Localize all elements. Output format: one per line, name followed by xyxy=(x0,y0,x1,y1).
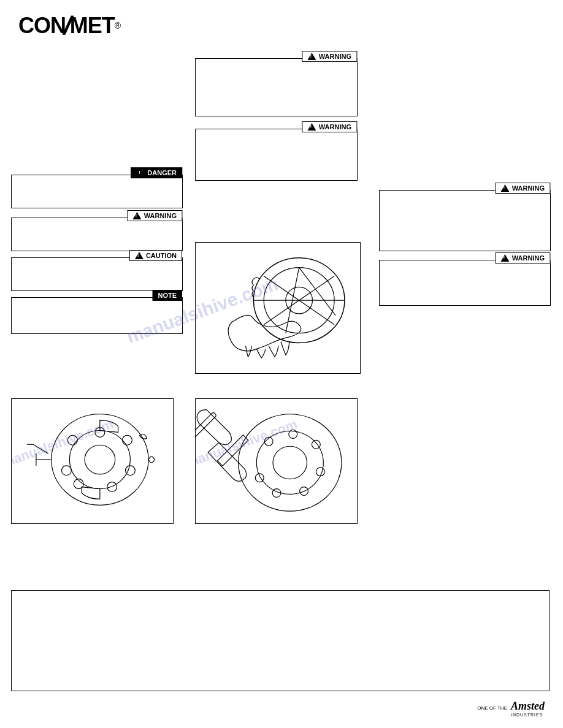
svg-point-11 xyxy=(67,435,77,445)
warning-header-5: WARNING xyxy=(496,252,550,264)
bottom-text-box xyxy=(11,590,550,691)
note-box-1: NOTE xyxy=(11,297,183,334)
svg-point-17 xyxy=(61,466,71,476)
svg-point-24 xyxy=(273,446,307,479)
svg-point-28 xyxy=(316,468,324,476)
danger-triangle-1 xyxy=(136,169,145,176)
footer-prefix: ONE OF THE xyxy=(477,705,507,711)
warning-box-2: WARNING xyxy=(195,129,358,181)
logo-con: CON xyxy=(18,13,66,39)
svg-point-14 xyxy=(125,466,135,476)
hub-assembly-illustration xyxy=(12,399,173,523)
note-header-1: NOTE xyxy=(152,290,182,301)
warning-box-1: WARNING xyxy=(195,58,358,116)
svg-rect-32 xyxy=(217,435,248,466)
svg-point-27 xyxy=(312,440,320,449)
svg-point-15 xyxy=(107,482,117,492)
amsted-brand: Amsted xyxy=(511,700,545,713)
warning-header-4: WARNING xyxy=(496,183,550,194)
caution-header-1: CAUTION xyxy=(129,250,182,261)
tool-hub-illustration xyxy=(196,399,357,523)
warning-header-3: WARNING xyxy=(128,210,182,221)
warning-triangle-3 xyxy=(133,212,142,219)
caution-triangle-1 xyxy=(135,252,144,259)
warning-triangle-5 xyxy=(501,254,510,262)
warning-box-3: WARNING xyxy=(11,218,183,251)
logo: CON / MET ® xyxy=(18,11,117,48)
svg-point-10 xyxy=(85,445,115,474)
danger-header-1: DANGER xyxy=(131,167,182,178)
warning-triangle-4 xyxy=(501,184,510,192)
warning-box-5: WARNING xyxy=(379,260,551,306)
svg-point-13 xyxy=(123,435,132,445)
logo-met: MET xyxy=(70,13,115,39)
amsted-logo-area: Amsted INDUSTRIES xyxy=(511,700,545,717)
left-image-box: manualsihive.com xyxy=(11,398,174,524)
caution-box-1: CAUTION xyxy=(11,257,183,291)
svg-point-9 xyxy=(69,430,130,488)
hub-hand-illustration xyxy=(196,243,360,373)
center-image-box xyxy=(195,242,361,374)
warning-triangle-2 xyxy=(308,123,316,131)
right-image-box: manualsihive.com xyxy=(195,398,358,524)
warning-header-2: WARNING xyxy=(302,121,357,132)
svg-point-22 xyxy=(239,414,342,511)
logo-registered: ® xyxy=(115,21,120,31)
svg-line-3 xyxy=(299,268,335,316)
warning-triangle-1 xyxy=(308,53,316,60)
footer: ONE OF THE Amsted INDUSTRIES xyxy=(477,700,545,717)
svg-line-20 xyxy=(33,444,48,453)
amsted-sub: INDUSTRIES xyxy=(511,713,545,717)
warning-header-1: WARNING xyxy=(302,51,357,62)
svg-point-31 xyxy=(255,474,264,482)
danger-box-1: DANGER xyxy=(11,175,183,208)
warning-box-4: WARNING xyxy=(379,190,551,251)
svg-point-23 xyxy=(256,431,323,494)
